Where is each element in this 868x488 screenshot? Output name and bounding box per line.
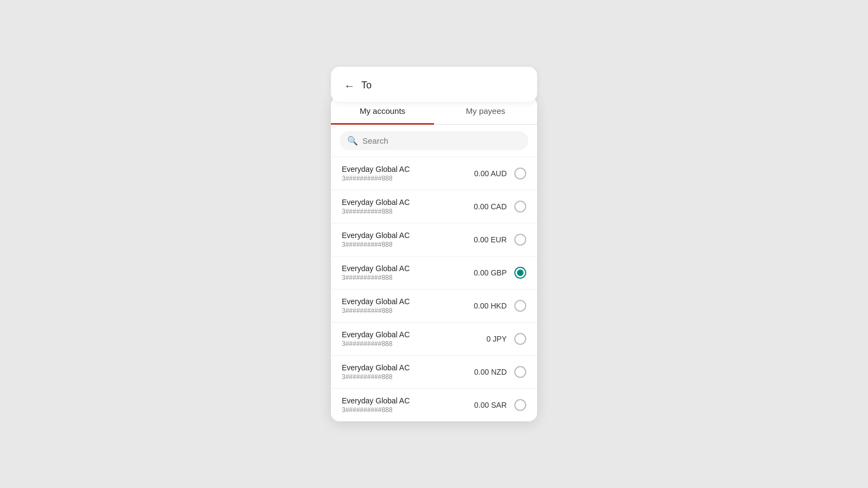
account-number: 3##########888: [342, 340, 487, 348]
account-name: Everyday Global AC: [342, 165, 474, 174]
radio-button[interactable]: [514, 168, 526, 179]
radio-button[interactable]: [514, 234, 526, 246]
back-button[interactable]: ←: [344, 80, 355, 91]
radio-button[interactable]: [514, 366, 526, 378]
account-number: 3##########888: [342, 274, 474, 281]
account-info: Everyday Global AC3##########888: [342, 330, 487, 348]
search-input[interactable]: [362, 136, 521, 145]
radio-button[interactable]: [514, 300, 526, 312]
account-row[interactable]: Everyday Global AC3##########8880.00 GBP: [331, 256, 537, 290]
account-info: Everyday Global AC3##########888: [342, 264, 474, 281]
main-panel: My accounts My payees 🔍 Everyday Global …: [331, 97, 537, 421]
account-number: 3##########888: [342, 175, 474, 182]
account-balance: 0 JPY: [487, 335, 507, 343]
account-row[interactable]: Everyday Global AC3##########8880.00 SAR: [331, 389, 537, 421]
account-info: Everyday Global AC3##########888: [342, 198, 474, 215]
account-number: 3##########888: [342, 208, 474, 215]
account-balance: 0.00 NZD: [474, 368, 507, 376]
search-icon: 🔍: [347, 136, 358, 146]
account-name: Everyday Global AC: [342, 198, 474, 207]
radio-inner: [517, 269, 524, 276]
account-row[interactable]: Everyday Global AC3##########8880.00 EUR: [331, 223, 537, 256]
account-number: 3##########888: [342, 241, 474, 248]
account-row[interactable]: Everyday Global AC3##########8880.00 AUD: [331, 157, 537, 190]
account-number: 3##########888: [342, 373, 474, 381]
radio-button[interactable]: [514, 333, 526, 345]
account-info: Everyday Global AC3##########888: [342, 396, 474, 414]
to-label: To: [361, 80, 372, 91]
account-balance: 0.00 SAR: [474, 401, 507, 409]
account-name: Everyday Global AC: [342, 231, 474, 240]
header-row: ← To: [344, 80, 524, 91]
account-name: Everyday Global AC: [342, 363, 474, 372]
account-balance: 0.00 AUD: [474, 169, 507, 178]
account-balance: 0.00 CAD: [474, 202, 507, 211]
account-info: Everyday Global AC3##########888: [342, 165, 474, 182]
account-row[interactable]: Everyday Global AC3##########8880.00 CAD: [331, 190, 537, 223]
account-name: Everyday Global AC: [342, 396, 474, 405]
radio-button[interactable]: [514, 267, 526, 279]
account-row[interactable]: Everyday Global AC3##########8880.00 NZD: [331, 356, 537, 389]
account-row[interactable]: Everyday Global AC3##########8880 JPY: [331, 323, 537, 356]
account-balance: 0.00 GBP: [474, 268, 507, 277]
account-balance: 0.00 HKD: [474, 301, 507, 310]
account-name: Everyday Global AC: [342, 264, 474, 273]
search-container: 🔍: [331, 125, 537, 157]
account-name: Everyday Global AC: [342, 297, 474, 306]
top-card: ← To: [331, 67, 537, 102]
account-name: Everyday Global AC: [342, 330, 487, 339]
search-box: 🔍: [340, 131, 528, 150]
account-list: Everyday Global AC3##########8880.00 AUD…: [331, 157, 537, 421]
radio-button[interactable]: [514, 201, 526, 213]
account-info: Everyday Global AC3##########888: [342, 363, 474, 381]
account-info: Everyday Global AC3##########888: [342, 297, 474, 314]
account-number: 3##########888: [342, 406, 474, 414]
radio-button[interactable]: [514, 399, 526, 411]
account-row[interactable]: Everyday Global AC3##########8880.00 HKD: [331, 290, 537, 323]
modal-wrapper: ← To My accounts My payees 🔍 Everyday Gl…: [331, 67, 537, 421]
account-info: Everyday Global AC3##########888: [342, 231, 474, 248]
account-balance: 0.00 EUR: [474, 235, 507, 244]
account-number: 3##########888: [342, 307, 474, 314]
